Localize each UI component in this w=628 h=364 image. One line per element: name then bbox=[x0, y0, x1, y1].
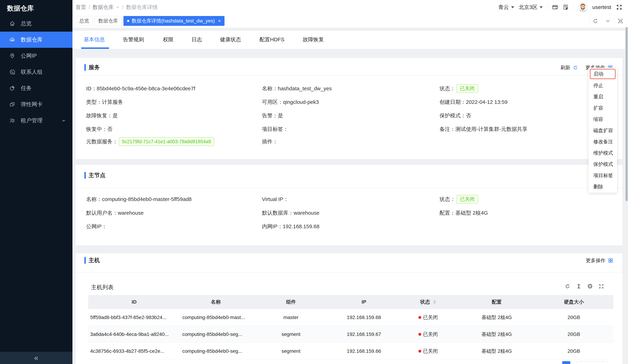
tab-health[interactable]: 健康状态 bbox=[220, 36, 241, 43]
expand-icon[interactable] bbox=[616, 4, 623, 11]
tab-label: 总览 bbox=[79, 18, 89, 24]
menu-item-scale-out[interactable]: 扩容 bbox=[588, 102, 617, 114]
col-header-disk[interactable]: 硬盘大小 bbox=[535, 299, 613, 305]
refresh-label[interactable]: 刷新 bbox=[560, 64, 570, 71]
field-remark: 备注： 测试使用-计算集群-元数据共享 bbox=[440, 125, 527, 133]
field-name: 名称： hashdata_test_dw_yes bbox=[262, 84, 332, 93]
breadcrumb-caret-icon[interactable] bbox=[116, 5, 120, 9]
table-row[interactable]: 3a6da4c4-640b-4eca-9ba1-a8240... computi… bbox=[88, 326, 613, 343]
tab-hdfs-config[interactable]: 配置HDFS bbox=[259, 36, 284, 43]
metadata-service-tag[interactable]: 5c2179fd-71c7-41e1-a003-78a9d91854a9 bbox=[119, 137, 214, 146]
menu-item-protection[interactable]: 保护模式 bbox=[588, 159, 617, 170]
maximize-icon[interactable] bbox=[614, 18, 627, 24]
col-header-ip[interactable]: IP bbox=[330, 299, 397, 305]
col-header-component[interactable]: 组件 bbox=[251, 299, 330, 305]
sidebar-item-tenants[interactable]: 租户管理 bbox=[0, 113, 73, 128]
tab-warehouse[interactable]: 数据仓库 bbox=[95, 16, 122, 26]
sort-icon[interactable] bbox=[433, 300, 436, 304]
row-height-icon[interactable] bbox=[576, 284, 582, 289]
org-selector[interactable]: 青云 bbox=[498, 4, 514, 11]
field-label: 保护模式： bbox=[440, 112, 466, 119]
sidebar-item-nic[interactable]: 弹性网卡 bbox=[0, 96, 73, 113]
sidebar-item-warehouse[interactable]: 数据仓库 bbox=[0, 32, 73, 48]
menu-item-restart[interactable]: 重启 bbox=[588, 91, 617, 102]
chevron-down-icon[interactable] bbox=[602, 18, 614, 24]
username[interactable]: usertest bbox=[592, 4, 611, 10]
tab-failover[interactable]: 故障恢复 bbox=[303, 36, 324, 43]
menu-item-disk-expand[interactable]: 磁盘扩容 bbox=[588, 125, 617, 136]
tab-basic-info[interactable]: 基本信息 bbox=[84, 36, 105, 43]
cell-status: 已关闭 bbox=[397, 314, 459, 321]
field-value: 否 bbox=[107, 126, 113, 133]
cell-status: 已关闭 bbox=[397, 348, 459, 355]
col-label: 状态 bbox=[420, 299, 430, 305]
fullscreen-icon[interactable] bbox=[598, 284, 604, 289]
field-value: computing-85bd4eb0-master-5ff59ad8 bbox=[102, 196, 192, 202]
cell-id: 4c38756c-6933-4b27-85f5-ce2e... bbox=[88, 348, 180, 354]
col-header-status[interactable]: 状态 bbox=[397, 299, 459, 305]
cell-component: segment bbox=[251, 348, 330, 354]
cell-config: 基础型 2核4G bbox=[459, 331, 535, 338]
breadcrumb-section[interactable]: 数据仓库 bbox=[92, 4, 114, 11]
tab-overview[interactable]: 总览 bbox=[76, 16, 93, 26]
menu-item-stop[interactable]: 停止 bbox=[588, 80, 617, 91]
breadcrumb-home[interactable]: 首页 bbox=[76, 4, 86, 11]
tab-warehouse-detail-active[interactable]: 数据仓库详情(hashdata_test_dw_yes) × bbox=[123, 16, 225, 26]
tab-strip: 总览 数据仓库 数据仓库详情(hashdata_test_dw_yes) × bbox=[73, 14, 628, 28]
menu-item-scale-in[interactable]: 缩容 bbox=[588, 114, 617, 125]
tab-alert-rules[interactable]: 告警规则 bbox=[123, 36, 144, 43]
table-row[interactable]: 5ff59ad8-bbf3-437f-85e2-983b24... comput… bbox=[88, 309, 613, 326]
scrollbar-thumb[interactable] bbox=[626, 27, 628, 201]
more-actions-label[interactable]: 更多操作 bbox=[586, 257, 606, 264]
region-selector[interactable]: 北京3区 bbox=[519, 4, 543, 11]
billing-button[interactable] bbox=[552, 4, 558, 10]
ticket-button[interactable] bbox=[563, 4, 569, 10]
tab-logs[interactable]: 日志 bbox=[191, 36, 202, 43]
cell-status: 已关闭 bbox=[397, 331, 459, 338]
pagination-size-select[interactable] bbox=[577, 361, 608, 364]
field-value: 测试使用-计算集群-元数据共享 bbox=[455, 126, 527, 133]
status-dot bbox=[418, 350, 421, 353]
field-protection: 保护模式： 否 bbox=[440, 111, 471, 120]
avatar[interactable] bbox=[578, 2, 588, 12]
service-panel: 服务 刷新 更多操作 ID： 85bd4eb0-5c9a-456e-b8ca-3… bbox=[76, 58, 622, 159]
sidebar-item-tasks[interactable]: 任务 bbox=[0, 80, 73, 96]
topbar-right: 青云 北京3区 bbox=[498, 0, 623, 14]
chevron-down-icon bbox=[62, 119, 66, 123]
field-label: 告警： bbox=[262, 112, 278, 119]
field-created: 创建日期： 2022-04-12 13:59 bbox=[440, 98, 508, 106]
pagination-page-button[interactable] bbox=[562, 361, 570, 364]
sidebar-item-contacts[interactable]: 联系人组 bbox=[0, 64, 73, 80]
gear-icon[interactable]: ⚙ bbox=[587, 283, 593, 290]
col-header-id[interactable]: ID bbox=[88, 299, 180, 305]
sidebar-collapse-button[interactable]: « bbox=[0, 352, 73, 364]
menu-item-project-tag[interactable]: 项目标签 bbox=[588, 170, 617, 181]
refresh-icon[interactable] bbox=[573, 65, 578, 70]
cell-disk: 20GB bbox=[535, 348, 613, 354]
refresh-icon[interactable] bbox=[589, 18, 602, 24]
refresh-icon[interactable] bbox=[565, 284, 570, 289]
sidebar-item-public-ip[interactable]: 公网IP bbox=[0, 48, 73, 64]
field-recovering: 恢复中： 否 bbox=[86, 125, 113, 133]
more-actions-icon[interactable] bbox=[608, 258, 613, 263]
col-label: 硬盘大小 bbox=[564, 299, 584, 305]
sidebar: 数据仓库 总览 数据仓库 公网IP bbox=[0, 0, 73, 364]
col-header-config[interactable]: 配置 bbox=[459, 299, 535, 305]
menu-item-delete[interactable]: 删除 bbox=[588, 181, 617, 192]
cell-component: master bbox=[251, 315, 330, 320]
sidebar-item-overview[interactable]: 总览 bbox=[0, 15, 73, 32]
menu-item-start[interactable]: 启动 bbox=[590, 69, 616, 79]
table-row[interactable]: 4c38756c-6933-4b27-85f5-ce2e... computin… bbox=[88, 343, 613, 360]
active-dot-icon bbox=[127, 20, 129, 22]
cell-name: computing-85bd4eb0-mast... bbox=[180, 315, 251, 320]
field-label: 插件： bbox=[262, 138, 278, 145]
menu-item-edit-remark[interactable]: 修改备注 bbox=[588, 136, 617, 147]
field-label: 类型： bbox=[86, 99, 102, 106]
field-type: 类型： 计算服务 bbox=[86, 98, 123, 106]
col-header-name[interactable]: 名称 bbox=[180, 299, 251, 305]
close-icon[interactable]: × bbox=[218, 18, 221, 24]
caret-down-icon bbox=[511, 6, 514, 8]
field-public-ip: 公网IP： bbox=[86, 222, 107, 231]
tab-permissions[interactable]: 权限 bbox=[163, 36, 173, 43]
menu-item-maintenance[interactable]: 维护模式 bbox=[588, 147, 617, 159]
